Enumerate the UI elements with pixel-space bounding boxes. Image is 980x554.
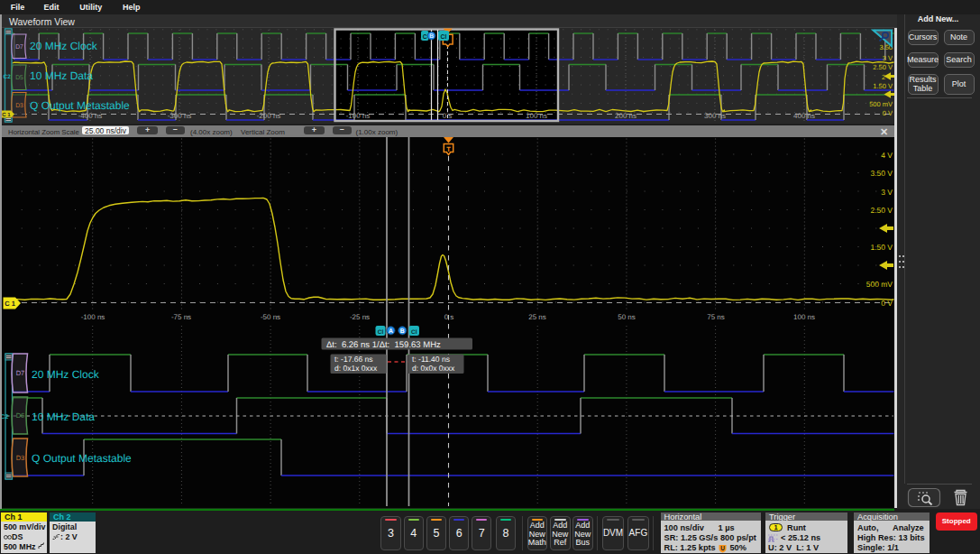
svg-text:3 V: 3 V (883, 54, 893, 62)
svg-text:A: A (389, 328, 393, 335)
svg-text:C2: C2 (4, 74, 12, 80)
svg-text:Δt: 6.26 ns 1/Δt: 159.63 MHz: Δt: 6.26 ns 1/Δt: 159.63 MHz (326, 340, 441, 350)
svg-text:Q Output Metastable: Q Output Metastable (30, 99, 130, 112)
svg-text:D3: D3 (16, 454, 25, 462)
svg-text:20 MHz Clock: 20 MHz Clock (32, 368, 100, 381)
svg-text:U: U (720, 545, 725, 551)
svg-text:-50 ns: -50 ns (261, 313, 280, 321)
svg-text:300 ns: 300 ns (704, 112, 726, 120)
svg-text:-25 ns: -25 ns (350, 313, 370, 321)
svg-text:0 s: 0 s (443, 112, 453, 120)
svg-text:50 ns: 50 ns (618, 313, 636, 321)
svg-text:2.50 V: 2.50 V (873, 63, 893, 71)
svg-text:Cl: Cl (411, 329, 417, 336)
svg-text:500 mV: 500 mV (866, 280, 893, 289)
svg-text:3 V: 3 V (881, 188, 893, 197)
svg-text:4 V: 4 V (881, 151, 893, 160)
svg-text:10 MHz Data: 10 MHz Data (30, 69, 93, 82)
svg-text:2.50 V: 2.50 V (870, 206, 893, 215)
svg-text:-100 ns: -100 ns (81, 313, 105, 321)
svg-text:10 MHz Data: 10 MHz Data (32, 411, 95, 423)
svg-text:D5: D5 (15, 75, 23, 81)
svg-text:0 s: 0 s (444, 313, 454, 321)
svg-text:d: 0x0x 0xxx: d: 0x0x 0xxx (412, 364, 455, 373)
svg-text:C 1: C 1 (5, 300, 15, 308)
svg-text:-300 ns: -300 ns (168, 112, 192, 120)
svg-text:100 ns: 100 ns (793, 313, 815, 321)
svg-text:-200 ns: -200 ns (257, 112, 281, 120)
svg-text:100 ns: 100 ns (526, 112, 547, 120)
svg-text:D7: D7 (16, 369, 25, 377)
svg-text:Q Output Metastable: Q Output Metastable (32, 452, 132, 465)
svg-text:Cl: Cl (441, 33, 447, 41)
svg-text:1.50 V: 1.50 V (873, 82, 893, 90)
svg-text:d: 0x1x 0xxx: d: 0x1x 0xxx (334, 364, 378, 373)
svg-text:D7: D7 (15, 44, 23, 51)
svg-text:T: T (446, 145, 451, 153)
svg-text:-400 ns: -400 ns (78, 112, 103, 120)
svg-text:1.50 V: 1.50 V (870, 243, 893, 252)
svg-text:-100 ns: -100 ns (346, 112, 371, 120)
svg-text:D6: D6 (16, 411, 25, 420)
svg-text:t: -17.66 ns: t: -17.66 ns (334, 355, 373, 364)
svg-text:200 ns: 200 ns (615, 112, 637, 120)
svg-text:0 V: 0 V (883, 109, 893, 117)
svg-text:D3: D3 (15, 103, 23, 109)
svg-text:B: B (429, 33, 434, 40)
svg-text:25 ns: 25 ns (528, 313, 546, 321)
svg-text:Cl: Cl (378, 329, 384, 336)
svg-text:0 V: 0 V (881, 299, 893, 308)
svg-text:B: B (400, 328, 405, 335)
svg-text:C 1: C 1 (2, 112, 11, 118)
svg-text:75 ns: 75 ns (707, 313, 725, 321)
svg-text:20 MHz Clock: 20 MHz Clock (30, 40, 98, 52)
svg-text:C: C (423, 34, 427, 41)
svg-text:500 mV: 500 mV (869, 100, 893, 108)
svg-text:3.50 V: 3.50 V (870, 169, 893, 178)
svg-text:400 ns: 400 ns (793, 112, 815, 120)
svg-text:-75 ns: -75 ns (171, 313, 191, 321)
svg-text:t: -11.40 ns: t: -11.40 ns (412, 355, 450, 364)
